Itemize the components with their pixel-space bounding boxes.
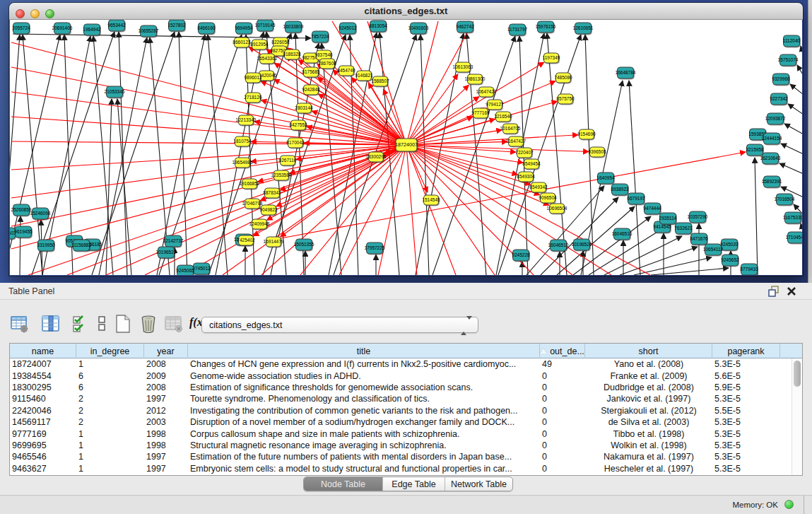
network-node[interactable]: 9694954 xyxy=(235,23,253,34)
close-panel-icon[interactable] xyxy=(786,286,797,297)
table-cell[interactable]: 0 xyxy=(540,429,585,439)
network-node[interactable]: 15892391 xyxy=(762,176,782,187)
network-node[interactable]: 9777169 xyxy=(471,108,490,118)
table-row[interactable]: 911546021997Tourette syndrome. Phenomeno… xyxy=(10,393,792,404)
table-cell[interactable]: 5.3E-5 xyxy=(712,440,780,450)
network-node[interactable]: 10164705 xyxy=(500,124,521,134)
network-node[interactable]: 10647427 xyxy=(476,87,497,97)
table-cell[interactable]: Corpus callosum shape and size in male p… xyxy=(188,429,540,439)
network-node[interactable]: 8878342 xyxy=(263,188,281,198)
network-node[interactable]: 19166852 xyxy=(240,179,260,189)
table-cell[interactable]: 1 xyxy=(76,464,144,474)
network-node[interactable]: 8466160 xyxy=(197,23,216,34)
table-row[interactable]: 977716911998Corpus callosum shape and si… xyxy=(10,428,792,439)
network-node[interactable]: 12444154 xyxy=(762,133,782,144)
vertical-scrollbar[interactable] xyxy=(792,358,802,475)
network-node[interactable]: 16033809 xyxy=(283,21,304,33)
table-cell[interactable]: 0 xyxy=(540,382,585,392)
table-cell[interactable]: 5.3E-5 xyxy=(712,394,780,404)
network-node[interactable]: 2718126 xyxy=(244,93,262,103)
network-canvas[interactable]: 2055724206914061964942965344210655287152… xyxy=(10,20,802,275)
network-node[interactable]: 15246098 xyxy=(30,208,51,219)
table-cell[interactable]: 49 xyxy=(540,359,585,369)
network-node[interactable]: 10654112 xyxy=(703,244,724,255)
network-node[interactable]: 8549342 xyxy=(529,182,548,192)
table-cell[interactable]: Estimation of significance thresholds fo… xyxy=(188,382,540,392)
table-cell[interactable]: Embryonic stem cells: a model to study s… xyxy=(188,464,540,474)
table-cell[interactable]: 0 xyxy=(540,464,585,474)
network-node[interactable]: 17104545 xyxy=(786,232,802,243)
network-node[interactable]: 1964942 xyxy=(83,24,101,35)
network-node[interactable]: 9245228 xyxy=(512,250,530,261)
network-node[interactable]: 9245652 xyxy=(721,255,739,266)
table-cell[interactable]: 9699695 xyxy=(10,440,76,450)
table-row[interactable]: 2242004622012Investigating the contribut… xyxy=(10,405,792,416)
network-node[interactable]: 11156883 xyxy=(71,240,91,251)
network-node[interactable]: 8454749 xyxy=(337,66,355,76)
table-cell[interactable]: Wolkin et al. (1998) xyxy=(585,440,712,450)
network-node[interactable]: 8549304 xyxy=(517,172,535,182)
table-cell[interactable]: Disruption of a novel member of a sodium… xyxy=(188,417,540,427)
table-cell[interactable]: 5.9E-5 xyxy=(712,382,780,392)
network-node[interactable]: 9227342 xyxy=(770,93,788,105)
table-cell[interactable]: 9465546 xyxy=(10,452,76,462)
network-node[interactable]: 1112040 xyxy=(783,35,801,47)
network-node[interactable]: 9245012 xyxy=(339,23,357,34)
network-node[interactable]: 9245065 xyxy=(176,265,194,275)
network-node[interactable]: 7485080 xyxy=(554,73,572,83)
network-node[interactable]: 12610651 xyxy=(573,23,594,34)
network-node[interactable]: 12213343 xyxy=(236,115,257,125)
table-row[interactable]: 1830029562008Estimation of significance … xyxy=(10,382,792,393)
network-node[interactable]: 2867608 xyxy=(318,59,336,69)
network-node[interactable]: 12093872 xyxy=(765,113,786,124)
network-node[interactable]: 1640954 xyxy=(596,173,615,184)
network-node[interactable]: 9096504 xyxy=(539,193,557,203)
network-node[interactable]: 15976156 xyxy=(536,21,556,33)
network-node[interactable]: 7632621 xyxy=(674,223,693,234)
window-titlebar[interactable]: citations_edges.txt xyxy=(9,3,803,20)
table-cell[interactable]: 19384554 xyxy=(10,371,76,381)
network-node[interactable]: 17957225 xyxy=(365,243,385,254)
table-cell[interactable]: Franke et al. (2009) xyxy=(585,371,712,381)
table-cell[interactable]: 1 xyxy=(76,452,144,462)
network-node[interactable]: 1810754 xyxy=(233,136,252,146)
network-node[interactable]: 9794127 xyxy=(486,100,504,110)
table-cell[interactable]: 1998 xyxy=(144,440,188,450)
column-header-out_de[interactable]: out_de... xyxy=(540,344,585,358)
network-node[interactable]: 10719145 xyxy=(255,20,276,31)
table-cell[interactable]: 2 xyxy=(76,417,144,427)
network-node[interactable]: 6679197 xyxy=(627,193,645,204)
float-panel-icon[interactable] xyxy=(767,286,780,297)
table-cell[interactable]: 9115460 xyxy=(10,394,76,404)
table-cell[interactable]: 2008 xyxy=(144,359,188,369)
table-cell[interactable]: 5.3E-5 xyxy=(712,417,780,427)
table-cell[interactable]: 18724007 xyxy=(10,359,76,369)
table-cell[interactable]: Stergiakouli et al. (2012) xyxy=(585,406,712,416)
table-cell[interactable]: 9463627 xyxy=(10,464,76,474)
network-node[interactable]: 3215958 xyxy=(746,144,764,156)
table-cell[interactable]: Tibbo et al. (1998) xyxy=(585,429,712,439)
table-cell[interactable]: 22420046 xyxy=(10,406,76,416)
table-cell[interactable]: Dudbridge et al. (2008) xyxy=(585,382,712,392)
table-row[interactable]: 946554611997Estimation of the future num… xyxy=(10,451,792,462)
table-cell[interactable]: 1 xyxy=(76,359,144,369)
network-node[interactable]: 10655287 xyxy=(139,25,159,37)
table-cell[interactable]: 5.6E-5 xyxy=(712,371,780,381)
column-header-pagerank[interactable]: pagerank xyxy=(712,344,780,358)
select-columns-icon[interactable] xyxy=(71,314,90,334)
table-cell[interactable]: 5.5E-5 xyxy=(712,406,780,416)
table-row[interactable]: 1872400712008Changes of HCN gene express… xyxy=(10,358,792,370)
tab-network-table[interactable]: Network Table xyxy=(445,477,512,491)
network-node[interactable]: 9329966 xyxy=(772,74,790,85)
table-cell[interactable]: 0 xyxy=(540,406,585,416)
table-cell[interactable]: 2012 xyxy=(144,406,188,416)
network-node[interactable]: 12409948 xyxy=(249,219,270,229)
table-cell[interactable]: 2 xyxy=(76,406,144,416)
network-node[interactable]: 10196522 xyxy=(156,247,177,258)
network-node[interactable]: 9146821 xyxy=(355,71,373,81)
network-node[interactable]: 16914479 xyxy=(264,237,284,247)
network-node[interactable]: 15051355 xyxy=(294,239,314,250)
table-row[interactable]: 969969511998Structural magnetic resonanc… xyxy=(10,440,792,451)
table-cell[interactable]: 6 xyxy=(76,382,144,392)
network-node[interactable]: 2935114 xyxy=(659,213,677,224)
